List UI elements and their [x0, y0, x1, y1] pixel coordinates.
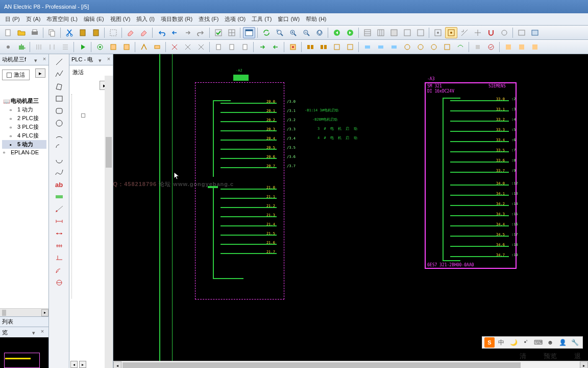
tree-item-2[interactable]: ▫2 PLC接 — [2, 114, 46, 123]
tb2-d1-icon[interactable] — [361, 41, 374, 53]
tree-item-4[interactable]: ▫4 PLC接 — [2, 131, 46, 140]
dim7-icon[interactable] — [52, 277, 66, 288]
tb-tbl4-icon[interactable] — [401, 27, 413, 38]
ime-person-icon[interactable]: 👤 — [557, 337, 568, 348]
menu-options[interactable]: 选项 (O) — [222, 14, 249, 24]
tb-undo2-icon[interactable] — [168, 27, 181, 38]
text-icon[interactable]: ab — [52, 179, 66, 190]
tb-tbl5-icon[interactable] — [414, 27, 427, 38]
tb2-a1-icon[interactable] — [33, 41, 45, 53]
dim1-icon[interactable] — [52, 203, 66, 215]
expand-button[interactable]: ▸ — [35, 68, 45, 78]
tb2-ar1-icon[interactable] — [256, 41, 268, 53]
tree-item-5[interactable]: ▪5 动力 — [2, 140, 46, 149]
menu-edit[interactable]: 编辑 (E) — [81, 14, 107, 24]
pin-icon[interactable]: ▾ — [32, 330, 37, 335]
tb-select-icon[interactable] — [107, 27, 119, 38]
tb-erase-icon[interactable] — [125, 27, 137, 38]
ime-moon-icon[interactable]: 🌙 — [508, 337, 519, 348]
tb2-d7-icon[interactable] — [441, 41, 453, 53]
ime-lang-button[interactable]: 中 — [496, 337, 507, 348]
tb-snap1-icon[interactable] — [432, 27, 444, 38]
tb-grid-icon[interactable] — [226, 27, 238, 38]
polygon-icon[interactable] — [52, 81, 66, 92]
ime-keyboard-icon[interactable]: ⌨ — [532, 337, 544, 348]
dim4-icon[interactable] — [52, 240, 66, 251]
tb2-e2-icon[interactable] — [485, 41, 497, 53]
dim6-icon[interactable] — [52, 265, 66, 276]
menu-tools[interactable]: 工具 (T) — [249, 14, 275, 24]
tb2-ar2-icon[interactable] — [270, 41, 282, 53]
close-icon[interactable]: × — [38, 328, 46, 336]
tb-snap5-icon[interactable] — [498, 27, 510, 38]
nav-next-button[interactable]: ▸ — [79, 361, 86, 368]
pin-icon[interactable]: ▾ — [34, 57, 39, 62]
tb2-a2-icon[interactable] — [46, 41, 58, 53]
dim2-icon[interactable] — [52, 216, 66, 227]
sogou-logo-icon[interactable]: S — [484, 337, 495, 348]
nav-tab[interactable]: 动机星三f — [0, 55, 33, 64]
footer-exit-button[interactable]: 退 — [569, 350, 586, 363]
plc-vscroll[interactable] — [105, 76, 113, 368]
tb2-p3-icon[interactable] — [239, 41, 251, 53]
tb-redo-icon[interactable] — [182, 27, 194, 38]
roundrect-icon[interactable] — [52, 105, 66, 117]
tb2-g5-icon[interactable] — [151, 41, 163, 53]
tb2-x2-icon[interactable] — [182, 41, 194, 53]
tb-snap4-icon[interactable] — [472, 27, 484, 38]
footer-clear-button[interactable]: 清 — [514, 350, 531, 363]
tb-tbl2-icon[interactable] — [375, 27, 387, 38]
tree-item-3[interactable]: ▫3 PLC接 — [2, 123, 46, 131]
menu-page[interactable]: 页 (A) — [23, 14, 44, 24]
tb-zoomarea-icon[interactable] — [274, 27, 286, 38]
menu-help[interactable]: 帮助 (H) — [303, 14, 329, 24]
image-icon[interactable] — [52, 191, 66, 202]
tb2-play-icon[interactable] — [77, 41, 89, 53]
nav-bottom-tab[interactable]: 列表 — [0, 316, 48, 327]
tb2-d3-icon[interactable] — [388, 41, 400, 53]
menu-insert[interactable]: 插入 (I) — [133, 14, 157, 24]
dim3-icon[interactable] — [52, 228, 66, 239]
tb2-d4-icon[interactable] — [401, 41, 413, 53]
tb2-c4-icon[interactable] — [344, 41, 356, 53]
tb-zoomfit-icon[interactable]: Q — [313, 27, 326, 38]
activate-checkbox[interactable]: 激活 — [2, 70, 30, 80]
tb-zoomin-icon[interactable] — [287, 27, 299, 38]
pin-icon[interactable]: ▾ — [99, 57, 104, 62]
tb2-f2-icon[interactable] — [516, 41, 528, 53]
tb2-c2-icon[interactable] — [317, 41, 330, 53]
tb-check-icon[interactable] — [212, 27, 225, 38]
menu-projdata[interactable]: 项目数据 (R) — [158, 14, 195, 24]
tb-refresh-icon[interactable] — [260, 27, 273, 38]
schematic-canvas[interactable]: -A2 /* rows drawn below as static */ 20.… — [113, 54, 588, 361]
tb-new-icon[interactable] — [2, 27, 14, 38]
tb2-m1-icon[interactable] — [287, 41, 299, 53]
tb-window-icon[interactable] — [243, 27, 255, 38]
tb-undo-icon[interactable] — [155, 27, 167, 38]
tree-item-1[interactable]: ▫1 动力 — [2, 105, 46, 114]
ime-face-icon[interactable]: ☻ — [545, 337, 556, 348]
tb2-p2-icon[interactable] — [226, 41, 238, 53]
close-icon[interactable]: × — [40, 56, 48, 64]
tb2-dot-icon[interactable] — [2, 41, 14, 53]
tb2-f1-icon[interactable] — [502, 41, 514, 53]
tb-redo2-icon[interactable] — [195, 27, 207, 38]
ime-tool-icon[interactable]: 🔧 — [569, 337, 580, 348]
tb2-g4-icon[interactable] — [138, 41, 150, 53]
tb-tbl3-icon[interactable] — [388, 27, 400, 38]
tb2-p1-icon[interactable] — [212, 41, 225, 53]
tb2-c3-icon[interactable] — [331, 41, 343, 53]
menu-view[interactable]: 视图 (V) — [107, 14, 134, 24]
tb2-d5-icon[interactable] — [414, 41, 427, 53]
tb-zoomout-icon[interactable] — [300, 27, 312, 38]
tb2-g2-icon[interactable] — [107, 41, 119, 53]
tree-header[interactable]: 📖 电动机星三 — [2, 97, 46, 105]
tb2-d8-icon[interactable] — [454, 41, 467, 53]
tb2-d6-icon[interactable] — [428, 41, 440, 53]
nav-hscroll[interactable]: ▸ — [0, 308, 48, 316]
dim5-icon[interactable] — [52, 252, 66, 264]
tb2-f3-icon[interactable] — [529, 41, 541, 53]
tb2-g1-icon[interactable] — [94, 41, 106, 53]
plc-tab[interactable]: PLC - 电 — [69, 55, 97, 64]
circle-icon[interactable] — [52, 118, 66, 129]
